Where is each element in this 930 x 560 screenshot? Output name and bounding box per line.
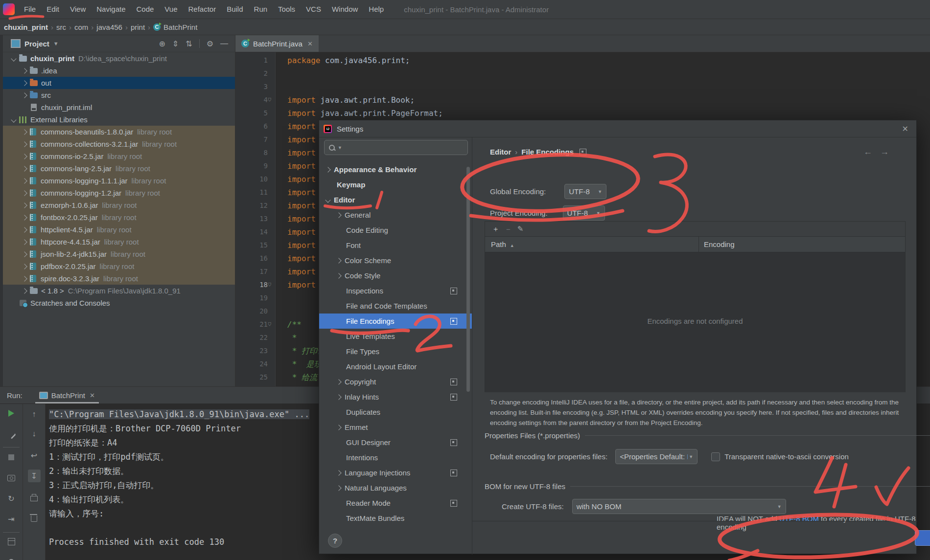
hide-panel-icon[interactable]: — xyxy=(220,39,228,48)
settings-item-copyright[interactable]: Copyright xyxy=(319,374,472,389)
close-icon[interactable]: ✕ xyxy=(90,392,95,399)
menu-vcs[interactable]: VCS xyxy=(301,0,326,19)
tree-row-project-root[interactable]: chuxin_printD:\idea_space\chuxin_print xyxy=(3,52,235,65)
tree-row-jar[interactable]: fontbox-2.0.25.jarlibrary root xyxy=(3,211,235,224)
editor-tab-batchprint[interactable]: C BatchPrint.java ✕ xyxy=(235,35,319,52)
chevron-down-icon[interactable]: ▼ xyxy=(53,41,59,46)
menu-refactor[interactable]: Refactor xyxy=(183,0,221,19)
settings-item-code-editing[interactable]: Code Editing xyxy=(319,223,472,238)
breadcrumb-java456[interactable]: java456 xyxy=(96,23,122,31)
clear-all-icon[interactable] xyxy=(30,514,39,522)
gear-icon[interactable]: ⚙ xyxy=(207,39,213,48)
tree-row-scratches[interactable]: Scratches and Consoles xyxy=(3,297,235,309)
tree-row-jar[interactable]: ezmorph-1.0.6.jarlibrary root xyxy=(3,199,235,211)
tree-row-external-libraries[interactable]: External Libraries xyxy=(3,113,235,126)
tree-row-jar[interactable]: httpclient-4.5.jarlibrary root xyxy=(3,224,235,236)
chevron-right-icon[interactable] xyxy=(22,178,27,183)
restart-icon[interactable]: ↻ xyxy=(7,494,16,503)
chevron-right-icon[interactable] xyxy=(22,68,27,73)
edit-icon[interactable]: ✎ xyxy=(517,224,524,233)
layout-icon[interactable] xyxy=(7,537,16,546)
settings-item-android-layout[interactable]: Android Layout Editor xyxy=(319,359,472,374)
settings-item-keymap[interactable]: Keymap xyxy=(319,177,472,192)
back-icon[interactable]: ← xyxy=(863,147,880,157)
column-path[interactable]: Path▲ xyxy=(485,240,698,248)
stop-icon[interactable] xyxy=(7,453,16,462)
tree-row-jar[interactable]: commons-io-2.5.jarlibrary root xyxy=(3,150,235,162)
down-stack-icon[interactable]: ↓ xyxy=(30,429,39,438)
pin-icon[interactable] xyxy=(7,558,16,560)
settings-item-file-encodings[interactable]: File Encodings xyxy=(319,314,472,329)
menu-run[interactable]: Run xyxy=(249,0,273,19)
exit-icon[interactable]: ⇥ xyxy=(7,515,16,523)
create-utf8-select[interactable]: with NO BOM▼ xyxy=(572,499,786,514)
chevron-right-icon[interactable] xyxy=(22,141,27,147)
chevron-right-icon[interactable] xyxy=(22,92,27,98)
tree-row-out[interactable]: out xyxy=(3,77,235,89)
settings-item-intentions[interactable]: Intentions xyxy=(319,450,472,465)
close-icon[interactable]: ✕ xyxy=(902,124,908,134)
chevron-right-icon[interactable] xyxy=(22,190,27,196)
chevron-right-icon[interactable] xyxy=(336,394,341,400)
locate-file-icon[interactable]: ⊕ xyxy=(159,39,165,48)
project-encoding-select[interactable]: UTF-8▼ xyxy=(563,205,605,221)
remove-icon[interactable]: − xyxy=(506,225,511,233)
menu-navigate[interactable]: Navigate xyxy=(91,0,131,19)
settings-item-gui-designer[interactable]: GUI Designer xyxy=(319,435,472,450)
chevron-down-icon[interactable] xyxy=(11,56,16,61)
menu-code[interactable]: Code xyxy=(131,0,159,19)
tree-row-src[interactable]: src xyxy=(3,89,235,101)
settings-item-emmet[interactable]: Emmet xyxy=(319,420,472,435)
chevron-right-icon[interactable] xyxy=(22,251,27,257)
chevron-right-icon[interactable] xyxy=(336,379,341,384)
settings-item-natural-languages[interactable]: Natural Languages xyxy=(319,480,472,495)
menu-build[interactable]: Build xyxy=(221,0,248,19)
tree-row-jdk[interactable]: < 1.8 >C:\Program Files\Java\jdk1.8.0_91 xyxy=(3,285,235,297)
menu-edit[interactable]: Edit xyxy=(41,0,65,19)
tree-row-jar[interactable]: spire.doc-3.2.3.jarlibrary root xyxy=(3,272,235,285)
chevron-down-icon[interactable] xyxy=(325,197,330,202)
help-button[interactable]: ? xyxy=(328,534,342,548)
settings-item-appearance[interactable]: Appearance & Behavior xyxy=(319,162,472,177)
tree-row-jar[interactable]: commons-beanutils-1.8.0.jarlibrary root xyxy=(3,126,235,138)
settings-item-inspections[interactable]: Inspections xyxy=(319,283,472,298)
settings-wrench-icon[interactable] xyxy=(7,429,16,438)
chevron-right-icon[interactable] xyxy=(336,485,341,491)
breadcrumb-src[interactable]: src xyxy=(56,23,66,31)
fold-icon[interactable]: ⌂ xyxy=(268,278,272,291)
tree-row-jar[interactable]: json-lib-2.4-jdk15.jarlibrary root xyxy=(3,248,235,260)
ok-button[interactable]: OK xyxy=(915,530,930,546)
chevron-right-icon[interactable] xyxy=(336,212,341,218)
breadcrumb-com[interactable]: com xyxy=(74,23,88,31)
settings-item-code-style[interactable]: Code Style xyxy=(319,268,472,283)
console-output[interactable]: "C:\Program Files\Java\jdk1.8.0_91\bin\j… xyxy=(49,407,323,549)
chevron-right-icon[interactable] xyxy=(22,239,27,245)
settings-item-inlay-hints[interactable]: Inlay Hints xyxy=(319,389,472,404)
menu-vue[interactable]: Vue xyxy=(159,0,183,19)
fold-icon[interactable]: ⌂ xyxy=(268,93,272,107)
rerun-icon[interactable] xyxy=(7,409,16,418)
chevron-right-icon[interactable] xyxy=(336,273,341,278)
settings-item-font[interactable]: Font xyxy=(319,238,472,253)
settings-item-general[interactable]: General xyxy=(319,207,472,223)
tree-row-idea[interactable]: .idea xyxy=(3,65,235,77)
settings-item-live-templates[interactable]: Live Templates xyxy=(319,329,472,344)
expand-all-icon[interactable]: ⇕ xyxy=(172,39,179,48)
soft-wrap-icon[interactable]: ↩ xyxy=(30,451,39,460)
chevron-right-icon[interactable] xyxy=(22,276,27,281)
chevron-right-icon[interactable] xyxy=(22,80,27,86)
settings-item-language-injections[interactable]: Language Injections xyxy=(319,465,472,480)
chevron-right-icon[interactable] xyxy=(22,166,27,171)
breadcrumb-print[interactable]: print xyxy=(131,23,145,31)
chevron-right-icon[interactable] xyxy=(22,215,27,220)
chevron-right-icon[interactable] xyxy=(336,258,341,263)
scroll-to-end-icon[interactable]: ↧ xyxy=(28,470,41,482)
settings-item-color-scheme[interactable]: Color Scheme xyxy=(319,253,472,268)
menu-file[interactable]: File xyxy=(19,0,41,19)
forward-icon[interactable]: → xyxy=(880,147,897,157)
properties-default-select[interactable]: <Properties Default: ISO-885.▼ xyxy=(615,449,698,464)
settings-item-duplicates[interactable]: Duplicates xyxy=(319,404,472,420)
breadcrumb-project[interactable]: chuxin_print xyxy=(4,23,48,31)
settings-item-file-templates[interactable]: File and Code Templates xyxy=(319,298,472,314)
project-panel-title[interactable]: Project xyxy=(24,40,49,48)
